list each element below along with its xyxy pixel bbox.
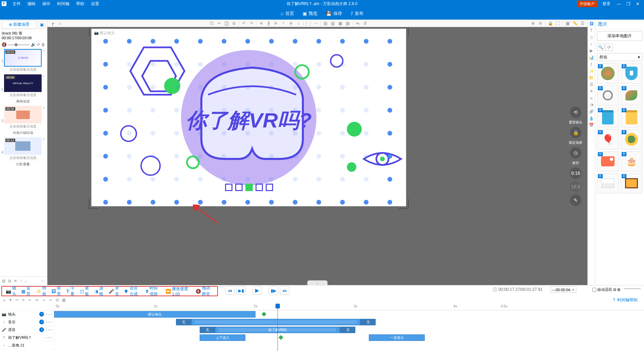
vt-shape-icon[interactable]: ◇: [589, 34, 595, 40]
scene-item-4[interactable]: 4 00:13 点击添加备注信息 幻影重叠 ≡⋮: [1, 137, 46, 167]
asset-item[interactable]: 新: [621, 85, 643, 106]
tb-dist-v-icon[interactable]: ⋯: [312, 20, 319, 26]
tl-a2-icon[interactable]: ⫥: [34, 298, 40, 302]
time-jump-input[interactable]: — 00:00:04. ＋: [551, 286, 576, 293]
tb-align-bottom-icon[interactable]: ⫰: [295, 20, 302, 26]
up-icon[interactable]: ↑: [19, 278, 23, 284]
vt-folder-icon[interactable]: 📁: [589, 75, 595, 81]
tb-align-left-icon[interactable]: ⫷: [258, 20, 265, 26]
scene-template-button[interactable]: ▣: [38, 21, 45, 28]
tb-grid-icon[interactable]: ▦: [564, 20, 571, 26]
add-local-image-button[interactable]: 添加本地图片: [597, 31, 642, 41]
asset-item[interactable]: 新: [621, 63, 643, 84]
tool-timescale[interactable]: ⧗时间缩放: [143, 285, 163, 297]
track-voice[interactable]: 🎤语音?•••: [0, 326, 54, 334]
preview-button[interactable]: ▣预览: [303, 10, 317, 17]
vt-drop-icon[interactable]: 💧: [589, 115, 595, 121]
tl-a1-icon[interactable]: ⫤: [26, 298, 32, 302]
vt-video-icon[interactable]: ▶: [589, 48, 595, 54]
ratio-916-button[interactable]: 9:16: [570, 167, 581, 179]
maximize-button[interactable]: ❐: [624, 1, 633, 6]
asset-item[interactable]: 新: [621, 107, 643, 127]
timeline-tracks[interactable]: 0s 1s 2s 3s 4s 4.5s 默认镜头 无 无 无 你了解VR吗 无: [54, 304, 644, 351]
tb-zoomout-icon[interactable]: ⊖: [537, 20, 544, 26]
rotate-button[interactable]: ◷: [570, 147, 581, 159]
asset-item[interactable]: 新: [597, 107, 619, 127]
tb-zoomin-icon[interactable]: ⊕: [530, 20, 536, 26]
menu-file[interactable]: 文件: [9, 1, 24, 7]
tool-fx[interactable]: ✨特效: [34, 285, 49, 297]
asset-refresh-button[interactable]: ⟳: [605, 44, 613, 51]
tb-dist-h-icon[interactable]: ⋮⋮: [305, 20, 312, 26]
tb-forward-icon[interactable]: ▥: [330, 20, 336, 26]
publish-button[interactable]: ⤴发布: [351, 10, 363, 17]
tb-align-vc-icon[interactable]: ╪: [288, 20, 294, 26]
track-extra[interactable]: ▫…装饰 21: [0, 342, 54, 349]
tool-fg[interactable]: 🖼前景: [49, 285, 64, 297]
tl-cursor-icon[interactable]: ⬧: [2, 298, 6, 302]
asset-category-select[interactable]: 所有▾: [597, 53, 642, 61]
keyframe-icon[interactable]: [279, 335, 283, 340]
track-music[interactable]: ♪音乐?•••: [0, 318, 54, 326]
tb-lock-icon[interactable]: 🔒: [547, 20, 554, 26]
keyframe-icon[interactable]: [262, 312, 266, 317]
tool-record[interactable]: 🎤录音: [107, 285, 122, 297]
vt-plane-icon[interactable]: ✈: [589, 88, 595, 94]
play-to-end-button[interactable]: ⏭: [280, 286, 289, 295]
tb-backward-icon[interactable]: ▦: [337, 20, 344, 26]
asset-item[interactable]: 新🎈: [597, 129, 619, 149]
tool-tts[interactable]: 🗣语音合成: [122, 285, 143, 297]
copy-scene-icon[interactable]: ⧉: [7, 278, 12, 284]
trash-icon[interactable]: 🗑: [41, 42, 45, 47]
close-button[interactable]: ✕: [633, 1, 642, 6]
vt-text-icon[interactable]: T: [589, 27, 595, 33]
asset-item[interactable]: 新: [597, 151, 619, 171]
tb-flip-v-icon[interactable]: ⇵: [362, 20, 369, 26]
tl-align-icon[interactable]: ≡: [21, 298, 25, 302]
menu-op[interactable]: 操作: [39, 1, 54, 7]
tb-copy-icon[interactable]: ⿻: [208, 20, 215, 26]
speaker-icon[interactable]: 🔊: [31, 42, 36, 47]
tl-cut-icon[interactable]: ✂: [15, 298, 20, 302]
tool-dragmute[interactable]: 🔇拖动静音: [194, 285, 216, 297]
track-text[interactable]: T你了解VR吗？•••: [0, 334, 54, 342]
tb-dup-icon[interactable]: ⧉: [231, 20, 238, 26]
tb-align-right-icon[interactable]: ⫸: [273, 20, 280, 26]
tb-layer-icon[interactable]: ☰: [579, 20, 586, 26]
reset-lens-button[interactable]: ⟲: [570, 107, 581, 118]
asset-item[interactable]: 新: [621, 129, 643, 149]
home-button[interactable]: ⌂首页: [281, 10, 294, 17]
vt-clock-icon[interactable]: ◔: [589, 102, 595, 108]
menu-settings[interactable]: 设置: [88, 1, 103, 7]
tl-filter-icon[interactable]: ▼: [7, 298, 14, 302]
vt-link-icon[interactable]: 🔗: [589, 109, 595, 115]
track-row-camera[interactable]: 默认镜头: [54, 310, 644, 318]
tb-redo-icon[interactable]: ↷: [248, 20, 255, 26]
track-row-voice[interactable]: 无 你了解VR吗 无: [54, 326, 644, 334]
play-button[interactable]: ▶: [252, 286, 262, 295]
tb-front-icon[interactable]: ▤: [322, 20, 329, 26]
new-scene-button[interactable]: ⊕新建场景: [2, 20, 36, 29]
tb-align-hc-icon[interactable]: ╫: [265, 20, 272, 26]
ratio-169-button[interactable]: 16:9: [570, 181, 581, 192]
upgrade-button[interactable]: 升级账户: [577, 1, 597, 7]
timeline-help-link[interactable]: ? 时间轴帮助: [613, 297, 642, 303]
edit-button[interactable]: ✎: [570, 194, 581, 206]
step-forward-button[interactable]: ▮▶: [269, 286, 278, 295]
tb-back-icon[interactable]: ▧: [345, 20, 351, 26]
asset-search-button[interactable]: 🔍: [597, 44, 604, 51]
lock-scene-button[interactable]: 🔒: [570, 127, 581, 138]
down-icon[interactable]: ↓: [24, 278, 28, 284]
tb-flip-h-icon[interactable]: ⇋: [354, 20, 361, 26]
track-row-music[interactable]: 无 无: [54, 318, 644, 326]
tb-cut-icon[interactable]: ✂: [216, 20, 223, 26]
tool-camera[interactable]: 📷镜头: [4, 285, 19, 297]
tl-a6-icon[interactable]: ▦: [61, 298, 67, 302]
auto-adapt-checkbox[interactable]: 自动适应 ⊟ ⊞: [592, 287, 620, 292]
vt-magic-icon[interactable]: ✨: [589, 68, 595, 74]
canvas-stage[interactable]: 📷 默认镜头: [91, 29, 406, 206]
menu-help[interactable]: 帮助: [73, 1, 88, 7]
scene-item-2[interactable]: 2 00:09VIRTUAL REALITY 点击添加备注信息 网格缩放 ≡⋮: [1, 74, 46, 104]
tb-align-top-icon[interactable]: ⫯: [280, 20, 287, 26]
login-button[interactable]: 登录: [599, 1, 614, 7]
